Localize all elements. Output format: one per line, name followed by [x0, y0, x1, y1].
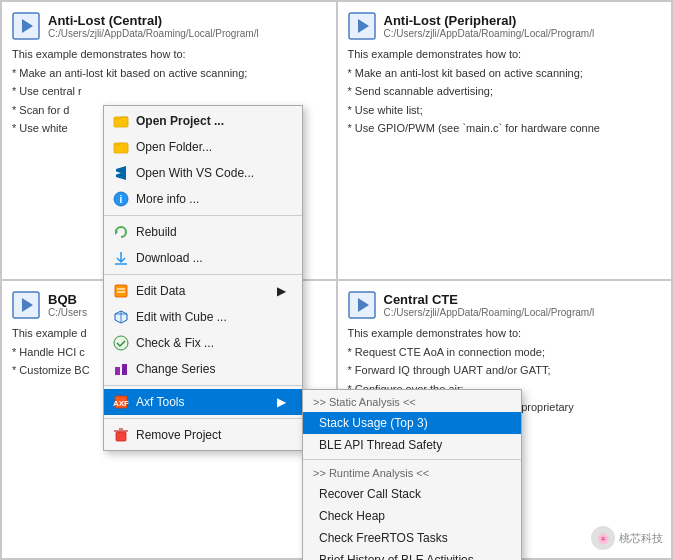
edit-icon: [112, 282, 130, 300]
watermark-logo: 🌸: [591, 526, 615, 550]
menu-label: Remove Project: [136, 428, 221, 442]
svg-rect-9: [114, 143, 128, 153]
card-title: Anti-Lost (Peripheral): [384, 13, 595, 29]
menu-item-check-fix[interactable]: Check & Fix ...: [104, 330, 302, 356]
card-title-block: Anti-Lost (Central) C:/Users/zjli/AppDat…: [48, 13, 259, 40]
menu-label: More info ...: [136, 192, 199, 206]
menu-label: Edit Data: [136, 284, 185, 298]
check-icon: [112, 334, 130, 352]
submenu-static-header: >> Static Analysis <<: [303, 392, 521, 412]
watermark-text: 桃芯科技: [619, 531, 663, 546]
menu-separator: [104, 274, 302, 275]
submenu-item-check-freertos[interactable]: Check FreeRTOS Tasks: [303, 527, 521, 549]
menu-label: Check & Fix ...: [136, 336, 214, 350]
menu-item-change-series[interactable]: Change Series: [104, 356, 302, 382]
submenu-label: Stack Usage (Top 3): [319, 416, 428, 430]
card-title: Anti-Lost (Central): [48, 13, 259, 29]
remove-icon: [112, 426, 130, 444]
folder-icon: [112, 138, 130, 156]
submenu-arrow: ▶: [269, 395, 286, 409]
series-icon: [112, 360, 130, 378]
vscode-icon: [112, 164, 130, 182]
menu-label: Change Series: [136, 362, 215, 376]
submenu-label: Brief History of BLE Activities: [319, 553, 474, 560]
menu-item-download[interactable]: Download ...: [104, 245, 302, 271]
menu-label: Open Project ...: [136, 114, 224, 128]
download-icon: [112, 249, 130, 267]
menu-label: Rebuild: [136, 225, 177, 239]
context-menu: Open Project ... Open Folder... Open Wit…: [103, 105, 303, 451]
card-title: BQB: [48, 292, 87, 308]
submenu-runtime-header: >> Runtime Analysis <<: [303, 463, 521, 483]
menu-item-edit-data[interactable]: Edit Data ▶: [104, 278, 302, 304]
card-title-block: Anti-Lost (Peripheral) C:/Users/zjli/App…: [384, 13, 595, 40]
card-title-block: Central CTE C:/Users/zjli/AppData/Roamin…: [384, 292, 595, 319]
menu-label: Axf Tools: [136, 395, 184, 409]
card-path: C:/Users/zjli/AppData/Roaming/Local/Prog…: [384, 28, 595, 39]
submenu-separator: [303, 459, 521, 460]
card-desc: This example demonstrates how to: * Make…: [348, 46, 662, 137]
axf-submenu: >> Static Analysis << Stack Usage (Top 3…: [302, 389, 522, 560]
card-icon: [12, 12, 40, 40]
svg-rect-23: [122, 364, 127, 375]
card-anti-lost-peripheral: Anti-Lost (Peripheral) C:/Users/zjli/App…: [338, 2, 672, 279]
menu-item-edit-cube[interactable]: Edit with Cube ...: [104, 304, 302, 330]
submenu-item-check-heap[interactable]: Check Heap: [303, 505, 521, 527]
submenu-label: Recover Call Stack: [319, 487, 421, 501]
menu-separator: [104, 215, 302, 216]
svg-rect-8: [114, 117, 128, 127]
menu-separator: [104, 385, 302, 386]
svg-text:AXF: AXF: [113, 399, 129, 408]
card-icon: [348, 12, 376, 40]
axf-icon: AXF: [112, 393, 130, 411]
folder-open-icon: [112, 112, 130, 130]
svg-rect-26: [116, 432, 126, 441]
menu-item-remove-project[interactable]: Remove Project: [104, 422, 302, 448]
menu-label: Open Folder...: [136, 140, 212, 154]
menu-label: Download ...: [136, 251, 203, 265]
card-title: Central CTE: [384, 292, 595, 308]
submenu-label: Check Heap: [319, 509, 385, 523]
cube-icon: [112, 308, 130, 326]
card-icon: [348, 291, 376, 319]
info-icon: i: [112, 190, 130, 208]
menu-label: Open With VS Code...: [136, 166, 254, 180]
submenu-item-brief-history[interactable]: Brief History of BLE Activities: [303, 549, 521, 560]
menu-item-rebuild[interactable]: Rebuild: [104, 219, 302, 245]
card-path: C:/Users/zjli/AppData/Roaming/Local/Prog…: [48, 28, 259, 39]
menu-item-open-vscode[interactable]: Open With VS Code...: [104, 160, 302, 186]
submenu-arrow: ▶: [269, 284, 286, 298]
card-header: Anti-Lost (Central) C:/Users/zjli/AppDat…: [12, 12, 326, 40]
submenu-label: Check FreeRTOS Tasks: [319, 531, 448, 545]
card-icon: [12, 291, 40, 319]
svg-rect-22: [115, 367, 120, 375]
submenu-item-recover-call-stack[interactable]: Recover Call Stack: [303, 483, 521, 505]
submenu-item-ble-api[interactable]: BLE API Thread Safety: [303, 434, 521, 456]
svg-point-21: [114, 336, 128, 350]
card-header: Anti-Lost (Peripheral) C:/Users/zjli/App…: [348, 12, 662, 40]
card-title-block: BQB C:/Users: [48, 292, 87, 319]
watermark: 🌸 桃芯科技: [591, 526, 663, 550]
context-menu-overlay: Open Project ... Open Folder... Open Wit…: [103, 105, 303, 451]
menu-item-more-info[interactable]: i More info ...: [104, 186, 302, 212]
menu-label: Edit with Cube ...: [136, 310, 227, 324]
svg-rect-15: [115, 285, 127, 297]
submenu-label: BLE API Thread Safety: [319, 438, 442, 452]
menu-item-axf-tools[interactable]: AXF Axf Tools ▶ >> Static Analysis << St…: [104, 389, 302, 415]
submenu-item-stack-usage[interactable]: Stack Usage (Top 3): [303, 412, 521, 434]
svg-text:i: i: [120, 194, 123, 205]
menu-separator: [104, 418, 302, 419]
card-header: Central CTE C:/Users/zjli/AppData/Roamin…: [348, 291, 662, 319]
card-path: C:/Users/zjli/AppData/Roaming/Local/Prog…: [384, 307, 595, 318]
rebuild-icon: [112, 223, 130, 241]
menu-item-open-project[interactable]: Open Project ...: [104, 108, 302, 134]
menu-item-open-folder[interactable]: Open Folder...: [104, 134, 302, 160]
card-path: C:/Users: [48, 307, 87, 318]
